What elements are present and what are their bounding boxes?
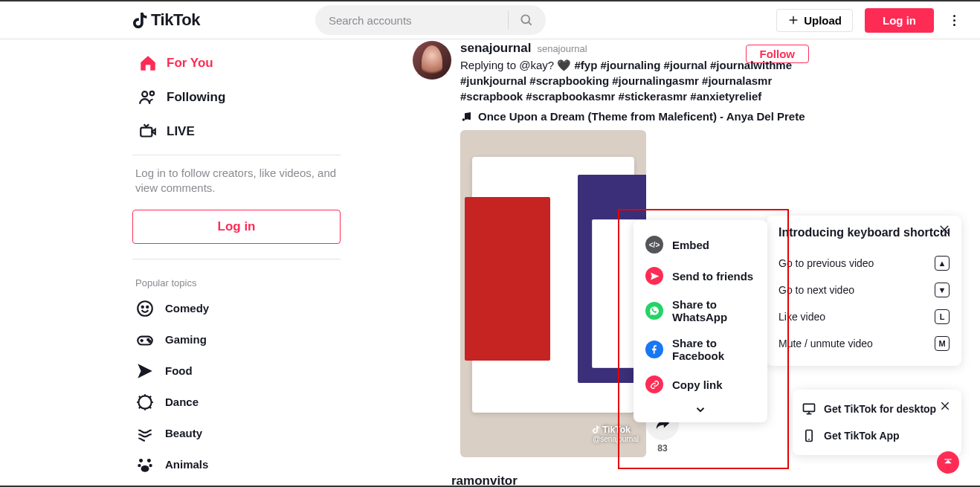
divider xyxy=(132,155,341,155)
svg-point-8 xyxy=(142,306,144,307)
svg-rect-28 xyxy=(804,404,815,411)
header-login-button[interactable]: Log in xyxy=(865,8,934,33)
share-label: Share to Facebook xyxy=(672,337,755,362)
kb-mute: Mute / unmute videoM xyxy=(778,330,950,357)
topic-gaming[interactable]: Gaming xyxy=(132,324,341,355)
author-handle[interactable]: senajournal xyxy=(537,43,587,54)
close-icon[interactable] xyxy=(938,223,952,238)
sidebar-login-button[interactable]: Log in xyxy=(132,210,341,244)
video-player[interactable]: TikTok @senajournal xyxy=(460,130,646,457)
home-icon xyxy=(138,54,158,73)
nav-following[interactable]: Following xyxy=(132,80,341,115)
share-whatsapp[interactable]: Share to WhatsApp xyxy=(641,291,760,330)
kb-prev: Go to previous video▲ xyxy=(778,250,950,277)
share-embed[interactable]: </> Embed xyxy=(641,229,760,260)
whatsapp-icon xyxy=(645,302,663,320)
author-display-name[interactable]: senajournal xyxy=(460,41,531,56)
desktop-icon xyxy=(802,401,816,416)
following-icon xyxy=(138,88,158,107)
caption: Replying to @kay? 🖤 #fyp #journaling #jo… xyxy=(460,57,814,104)
nav-label: For You xyxy=(167,56,213,71)
kb-like: Like videoL xyxy=(778,303,950,330)
search-bar[interactable] xyxy=(315,5,546,35)
header: TikTok Upload Log in xyxy=(0,1,980,39)
nav-label: LIVE xyxy=(167,124,195,139)
sidebar: For You Following LIVE Log in to follow … xyxy=(132,42,341,480)
video-watermark: TikTok @senajournal xyxy=(593,425,639,444)
key-l-icon: L xyxy=(935,309,950,324)
topic-comedy[interactable]: Comedy xyxy=(132,293,341,324)
kb-title: Introducing keyboard shortcuts! xyxy=(778,226,950,239)
key-m-icon: M xyxy=(935,336,950,351)
key-up-icon: ▲ xyxy=(935,256,950,271)
svg-point-22 xyxy=(462,118,465,120)
close-icon[interactable] xyxy=(939,400,952,413)
get-app[interactable]: Get TikTok App xyxy=(802,422,952,449)
food-icon xyxy=(135,361,155,381)
key-down-icon: ▼ xyxy=(935,283,950,297)
avatar[interactable] xyxy=(413,41,451,80)
sound-row[interactable]: Once Upon a Dream (Theme from Maleficent… xyxy=(460,110,814,123)
topic-label: Dance xyxy=(165,396,199,408)
share-label: Copy link xyxy=(672,378,723,391)
svg-point-16 xyxy=(139,459,143,462)
topic-animals[interactable]: Animals xyxy=(132,449,341,480)
topic-food[interactable]: Food xyxy=(132,355,341,387)
share-count: 83 xyxy=(657,443,667,454)
svg-point-4 xyxy=(142,91,147,97)
topic-label: Animals xyxy=(165,458,208,471)
search-icon[interactable] xyxy=(512,7,541,33)
login-hint: Log in to follow creators, like videos, … xyxy=(132,166,341,196)
upload-button[interactable]: Upload xyxy=(776,9,853,32)
topic-sports[interactable]: Sports xyxy=(132,480,341,488)
topic-beauty[interactable]: Beauty xyxy=(132,418,341,449)
topic-label: Gaming xyxy=(165,333,207,346)
svg-point-19 xyxy=(149,463,152,466)
dl-label: Get TikTok App xyxy=(824,430,900,442)
divider xyxy=(132,259,341,259)
nav-for-you[interactable]: For You xyxy=(132,46,341,80)
tiktok-logo[interactable]: TikTok xyxy=(133,10,200,30)
scroll-top-button[interactable] xyxy=(937,451,959,474)
get-desktop[interactable]: Get TikTok for desktop xyxy=(802,396,952,422)
share-send-to-friends[interactable]: Send to friends xyxy=(641,260,760,291)
upload-label: Upload xyxy=(804,14,842,27)
brand-text: TikTok xyxy=(151,10,200,30)
share-facebook[interactable]: Share to Facebook xyxy=(641,330,760,369)
svg-line-1 xyxy=(529,22,532,25)
svg-rect-6 xyxy=(141,128,152,137)
topic-label: Comedy xyxy=(165,302,209,315)
dl-label: Get TikTok for desktop xyxy=(824,403,936,415)
popular-topics-label: Popular topics xyxy=(132,277,341,288)
link-icon xyxy=(645,375,663,393)
topic-dance[interactable]: Dance xyxy=(132,387,341,418)
svg-point-17 xyxy=(147,459,151,462)
keyboard-shortcuts-card: Introducing keyboard shortcuts! Go to pr… xyxy=(767,216,961,366)
share-label: Embed xyxy=(672,239,709,251)
search-input[interactable] xyxy=(329,14,505,27)
header-actions: Upload Log in xyxy=(776,8,962,33)
live-icon xyxy=(138,122,158,141)
mobile-icon xyxy=(802,428,816,443)
topic-label: Food xyxy=(165,364,193,377)
svg-point-0 xyxy=(521,15,529,23)
more-icon[interactable] xyxy=(946,12,962,28)
download-card: Get TikTok for desktop Get TikTok App xyxy=(793,390,961,455)
share-copy-link[interactable]: Copy link xyxy=(641,369,760,400)
nav-live[interactable]: LIVE xyxy=(132,115,341,149)
share-menu: </> Embed Send to friends Share to Whats… xyxy=(634,220,767,422)
embed-icon: </> xyxy=(645,236,663,254)
animals-icon xyxy=(135,455,155,474)
svg-point-15 xyxy=(138,396,151,408)
svg-point-20 xyxy=(141,465,149,472)
share-more[interactable] xyxy=(641,400,760,418)
svg-point-18 xyxy=(138,463,141,466)
next-author-name[interactable]: ramonvitor xyxy=(451,474,518,487)
svg-point-5 xyxy=(150,91,154,95)
dance-icon xyxy=(135,393,155,412)
kb-next: Go to next video▼ xyxy=(778,277,950,303)
share-label: Share to WhatsApp xyxy=(672,298,755,323)
beauty-icon xyxy=(135,424,155,443)
comedy-icon xyxy=(135,299,155,318)
caption-text: Replying to @kay? 🖤 xyxy=(460,59,574,71)
